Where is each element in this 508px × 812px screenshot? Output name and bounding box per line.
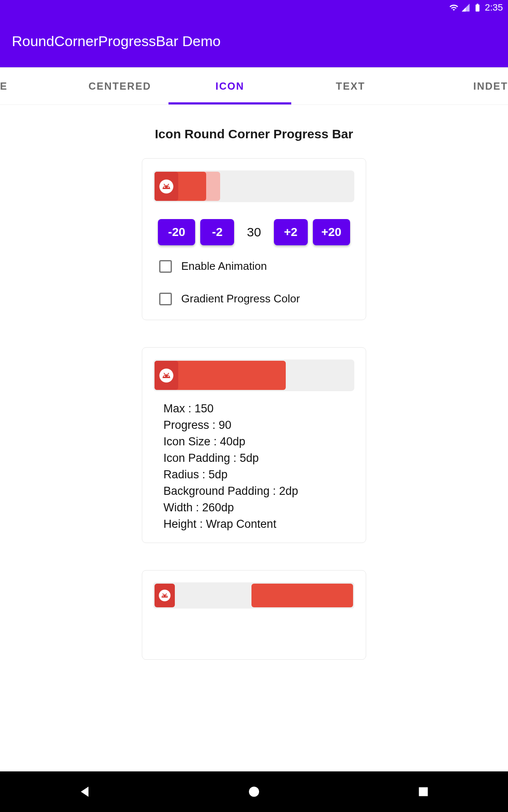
progress-value: 30 — [239, 225, 268, 239]
progress-icon-box — [155, 361, 178, 390]
spec-max: Max : 150 — [163, 402, 355, 415]
stepper-button-row: -20 -2 30 +2 +20 — [153, 219, 355, 245]
android-icon — [158, 589, 171, 602]
spec-progress: Progress : 90 — [163, 419, 355, 432]
tab-partial-right[interactable]: INDET — [465, 68, 508, 104]
gradient-color-label: Gradient Progress Color — [181, 292, 300, 305]
progress-icon-box — [155, 584, 175, 607]
status-bar: 2:35 — [0, 0, 508, 15]
android-icon — [159, 368, 174, 383]
minus-2-button[interactable]: -2 — [200, 219, 234, 245]
svg-point-1 — [164, 187, 165, 188]
svg-point-6 — [164, 376, 165, 377]
card-spec-1: Max : 150 Progress : 90 Icon Size : 40dp… — [142, 347, 366, 543]
nav-recent-icon[interactable] — [416, 784, 431, 799]
nav-back-icon[interactable] — [77, 784, 92, 799]
tab-text[interactable]: TEXT — [291, 68, 410, 104]
spec-width: Width : 260dp — [163, 501, 355, 514]
app-title: RoundCornerProgressBar Demo — [12, 33, 221, 49]
card-spec-2 — [142, 570, 366, 660]
content-area: Icon Round Corner Progress Bar -20 -2 30… — [0, 105, 508, 771]
plus-20-button[interactable]: +20 — [313, 219, 350, 245]
plus-2-button[interactable]: +2 — [274, 219, 308, 245]
spec-list: Max : 150 Progress : 90 Icon Size : 40dp… — [153, 402, 355, 531]
svg-point-11 — [163, 595, 164, 597]
spec-icon-size: Icon Size : 40dp — [163, 435, 355, 448]
spec-height: Height : Wrap Content — [163, 518, 355, 531]
minus-20-button[interactable]: -20 — [158, 219, 195, 245]
progress-icon-box — [155, 172, 178, 201]
page-title: Icon Round Corner Progress Bar — [155, 127, 353, 141]
tab-bar: E CENTERED ICON TEXT INDET — [0, 68, 508, 105]
spec-bg-padding: Background Padding : 2dp — [163, 485, 355, 498]
signal-icon — [461, 3, 470, 12]
system-nav-bar — [0, 771, 508, 812]
status-time: 2:35 — [485, 2, 503, 13]
android-icon — [159, 179, 174, 194]
svg-point-7 — [168, 376, 169, 377]
spec-radius: Radius : 5dp — [163, 468, 355, 481]
progress-bar-3 — [153, 582, 354, 609]
svg-point-12 — [166, 595, 167, 597]
svg-point-15 — [249, 787, 259, 797]
tab-partial-left[interactable]: E — [0, 68, 16, 104]
gradient-color-row[interactable]: Gradient Progress Color — [153, 292, 355, 305]
gradient-color-checkbox[interactable] — [159, 293, 172, 305]
svg-point-2 — [168, 187, 169, 188]
svg-rect-16 — [419, 787, 428, 796]
wifi-icon — [449, 3, 458, 12]
enable-animation-checkbox[interactable] — [159, 260, 172, 273]
enable-animation-label: Enable Animation — [181, 260, 267, 273]
progress-primary-fill — [251, 584, 353, 607]
progress-bar-2 — [153, 359, 354, 391]
progress-bar-1 — [153, 170, 354, 202]
tab-centered[interactable]: CENTERED — [71, 68, 168, 104]
app-bar: RoundCornerProgressBar Demo — [0, 15, 508, 68]
enable-animation-row[interactable]: Enable Animation — [153, 260, 355, 273]
spec-icon-padding: Icon Padding : 5dp — [163, 452, 355, 465]
card-interactive-demo: -20 -2 30 +2 +20 Enable Animation Gradie… — [142, 158, 366, 320]
tab-icon[interactable]: ICON — [168, 68, 291, 104]
nav-home-icon[interactable] — [246, 784, 262, 799]
battery-icon — [473, 3, 482, 12]
